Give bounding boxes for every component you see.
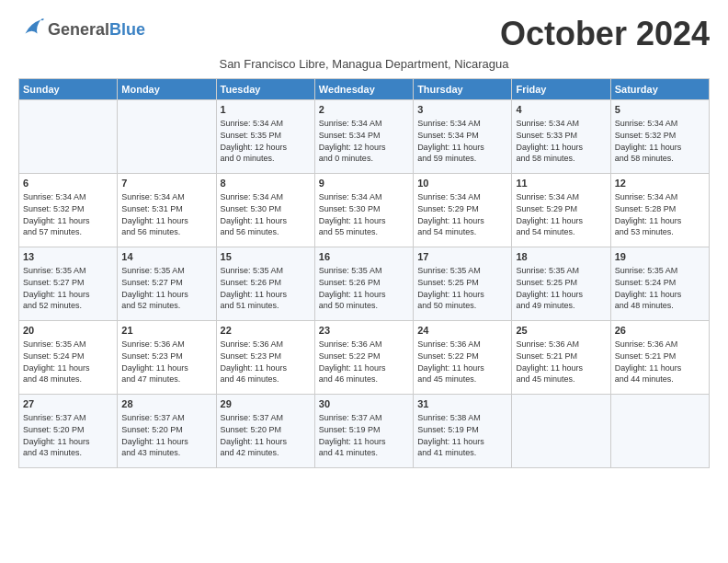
calendar-cell: 13Sunrise: 5:35 AM Sunset: 5:27 PM Dayli…: [19, 247, 118, 321]
subtitle: San Francisco Libre, Managua Department,…: [18, 57, 710, 71]
day-info: Sunrise: 5:34 AM Sunset: 5:32 PM Dayligh…: [615, 118, 705, 164]
day-number: 9: [319, 177, 409, 190]
calendar-cell: 10Sunrise: 5:34 AM Sunset: 5:29 PM Dayli…: [414, 174, 512, 247]
calendar-cell: 2Sunrise: 5:34 AM Sunset: 5:34 PM Daylig…: [314, 100, 413, 174]
calendar-header: SundayMondayTuesdayWednesdayThursdayFrid…: [19, 79, 710, 100]
day-info: Sunrise: 5:35 AM Sunset: 5:24 PM Dayligh…: [23, 339, 113, 385]
day-info: Sunrise: 5:36 AM Sunset: 5:23 PM Dayligh…: [221, 339, 311, 385]
logo-general: General: [48, 20, 109, 39]
calendar-cell: 22Sunrise: 5:36 AM Sunset: 5:23 PM Dayli…: [216, 321, 314, 395]
calendar-cell: 31Sunrise: 5:38 AM Sunset: 5:19 PM Dayli…: [414, 395, 512, 468]
day-info: Sunrise: 5:37 AM Sunset: 5:20 PM Dayligh…: [121, 412, 211, 458]
day-info: Sunrise: 5:34 AM Sunset: 5:30 PM Dayligh…: [221, 191, 311, 237]
calendar-cell: 18Sunrise: 5:35 AM Sunset: 5:25 PM Dayli…: [512, 247, 610, 321]
day-info: Sunrise: 5:34 AM Sunset: 5:30 PM Dayligh…: [319, 191, 409, 237]
day-number: 23: [319, 324, 409, 338]
day-info: Sunrise: 5:35 AM Sunset: 5:26 PM Dayligh…: [319, 265, 409, 311]
calendar-cell: 5Sunrise: 5:34 AM Sunset: 5:32 PM Daylig…: [610, 100, 709, 174]
day-info: Sunrise: 5:35 AM Sunset: 5:27 PM Dayligh…: [121, 265, 211, 311]
day-info: Sunrise: 5:34 AM Sunset: 5:35 PM Dayligh…: [221, 118, 311, 164]
calendar-cell: 8Sunrise: 5:34 AM Sunset: 5:30 PM Daylig…: [216, 174, 314, 247]
day-number: 5: [615, 103, 705, 117]
day-number: 11: [516, 177, 606, 190]
day-info: Sunrise: 5:36 AM Sunset: 5:22 PM Dayligh…: [417, 339, 507, 385]
calendar-cell: 7Sunrise: 5:34 AM Sunset: 5:31 PM Daylig…: [118, 174, 216, 247]
calendar-cell: 16Sunrise: 5:35 AM Sunset: 5:26 PM Dayli…: [314, 247, 413, 321]
calendar-cell: [610, 395, 709, 468]
weekday-friday: Friday: [512, 79, 610, 100]
day-info: Sunrise: 5:36 AM Sunset: 5:21 PM Dayligh…: [516, 339, 606, 385]
day-number: 19: [615, 250, 705, 264]
day-info: Sunrise: 5:37 AM Sunset: 5:19 PM Dayligh…: [319, 412, 409, 458]
day-number: 10: [417, 177, 507, 190]
calendar-cell: 3Sunrise: 5:34 AM Sunset: 5:34 PM Daylig…: [414, 100, 512, 174]
calendar-cell: 30Sunrise: 5:37 AM Sunset: 5:19 PM Dayli…: [314, 395, 413, 468]
day-info: Sunrise: 5:34 AM Sunset: 5:31 PM Dayligh…: [121, 191, 211, 237]
day-number: 4: [516, 103, 606, 117]
day-number: 18: [516, 250, 606, 264]
calendar-cell: 20Sunrise: 5:35 AM Sunset: 5:24 PM Dayli…: [19, 321, 118, 395]
calendar-cell: 21Sunrise: 5:36 AM Sunset: 5:23 PM Dayli…: [118, 321, 216, 395]
calendar-cell: 11Sunrise: 5:34 AM Sunset: 5:29 PM Dayli…: [512, 174, 610, 247]
calendar-cell: 26Sunrise: 5:36 AM Sunset: 5:21 PM Dayli…: [610, 321, 709, 395]
weekday-wednesday: Wednesday: [314, 79, 413, 100]
weekday-thursday: Thursday: [414, 79, 512, 100]
day-number: 25: [516, 324, 606, 338]
calendar-cell: 1Sunrise: 5:34 AM Sunset: 5:35 PM Daylig…: [216, 100, 314, 174]
day-info: Sunrise: 5:34 AM Sunset: 5:32 PM Dayligh…: [23, 191, 113, 237]
calendar-cell: 24Sunrise: 5:36 AM Sunset: 5:22 PM Dayli…: [414, 321, 512, 395]
calendar-cell: 27Sunrise: 5:37 AM Sunset: 5:20 PM Dayli…: [19, 395, 118, 468]
day-number: 14: [121, 250, 211, 264]
day-info: Sunrise: 5:36 AM Sunset: 5:22 PM Dayligh…: [319, 339, 409, 385]
week-row: 27Sunrise: 5:37 AM Sunset: 5:20 PM Dayli…: [19, 395, 710, 468]
day-info: Sunrise: 5:35 AM Sunset: 5:26 PM Dayligh…: [221, 265, 311, 311]
week-row: 6Sunrise: 5:34 AM Sunset: 5:32 PM Daylig…: [19, 174, 710, 247]
day-info: Sunrise: 5:34 AM Sunset: 5:34 PM Dayligh…: [319, 118, 409, 164]
calendar-cell: 15Sunrise: 5:35 AM Sunset: 5:26 PM Dayli…: [216, 247, 314, 321]
week-row: 13Sunrise: 5:35 AM Sunset: 5:27 PM Dayli…: [19, 247, 710, 321]
day-number: 22: [221, 324, 311, 338]
calendar-cell: 9Sunrise: 5:34 AM Sunset: 5:30 PM Daylig…: [314, 174, 413, 247]
day-number: 17: [417, 250, 507, 264]
calendar-cell: 25Sunrise: 5:36 AM Sunset: 5:21 PM Dayli…: [512, 321, 610, 395]
week-row: 1Sunrise: 5:34 AM Sunset: 5:35 PM Daylig…: [19, 100, 710, 174]
day-info: Sunrise: 5:34 AM Sunset: 5:28 PM Dayligh…: [615, 191, 705, 237]
day-number: 6: [23, 177, 113, 190]
calendar-cell: [512, 395, 610, 468]
day-info: Sunrise: 5:34 AM Sunset: 5:29 PM Dayligh…: [417, 191, 507, 237]
calendar-cell: 29Sunrise: 5:37 AM Sunset: 5:20 PM Dayli…: [216, 395, 314, 468]
weekday-sunday: Sunday: [19, 79, 118, 100]
weekday-tuesday: Tuesday: [216, 79, 314, 100]
logo-icon: [18, 15, 44, 44]
logo: GeneralBlue: [18, 15, 145, 44]
day-info: Sunrise: 5:35 AM Sunset: 5:25 PM Dayligh…: [417, 265, 507, 311]
day-info: Sunrise: 5:36 AM Sunset: 5:23 PM Dayligh…: [121, 339, 211, 385]
day-info: Sunrise: 5:35 AM Sunset: 5:24 PM Dayligh…: [615, 265, 705, 311]
calendar-container: GeneralBlue October 2024 San Francisco L…: [0, 0, 728, 487]
day-number: 29: [221, 397, 311, 411]
day-number: 16: [319, 250, 409, 264]
day-info: Sunrise: 5:34 AM Sunset: 5:29 PM Dayligh…: [516, 191, 606, 237]
day-number: 24: [417, 324, 507, 338]
day-number: 31: [417, 397, 507, 411]
month-title: October 2024: [500, 15, 710, 53]
weekday-monday: Monday: [118, 79, 216, 100]
day-info: Sunrise: 5:36 AM Sunset: 5:21 PM Dayligh…: [615, 339, 705, 385]
calendar-table: SundayMondayTuesdayWednesdayThursdayFrid…: [18, 78, 710, 468]
header: GeneralBlue October 2024: [18, 15, 710, 53]
day-info: Sunrise: 5:34 AM Sunset: 5:33 PM Dayligh…: [516, 118, 606, 164]
calendar-cell: 4Sunrise: 5:34 AM Sunset: 5:33 PM Daylig…: [512, 100, 610, 174]
logo-text: GeneralBlue: [48, 21, 145, 39]
calendar-cell: [118, 100, 216, 174]
calendar-cell: 23Sunrise: 5:36 AM Sunset: 5:22 PM Dayli…: [314, 321, 413, 395]
day-number: 1: [221, 103, 311, 117]
day-info: Sunrise: 5:37 AM Sunset: 5:20 PM Dayligh…: [221, 412, 311, 458]
logo-blue: Blue: [109, 20, 145, 39]
calendar-cell: 28Sunrise: 5:37 AM Sunset: 5:20 PM Dayli…: [118, 395, 216, 468]
calendar-cell: 17Sunrise: 5:35 AM Sunset: 5:25 PM Dayli…: [414, 247, 512, 321]
calendar-cell: 6Sunrise: 5:34 AM Sunset: 5:32 PM Daylig…: [19, 174, 118, 247]
day-info: Sunrise: 5:35 AM Sunset: 5:27 PM Dayligh…: [23, 265, 113, 311]
day-number: 15: [221, 250, 311, 264]
calendar-cell: [19, 100, 118, 174]
calendar-cell: 14Sunrise: 5:35 AM Sunset: 5:27 PM Dayli…: [118, 247, 216, 321]
